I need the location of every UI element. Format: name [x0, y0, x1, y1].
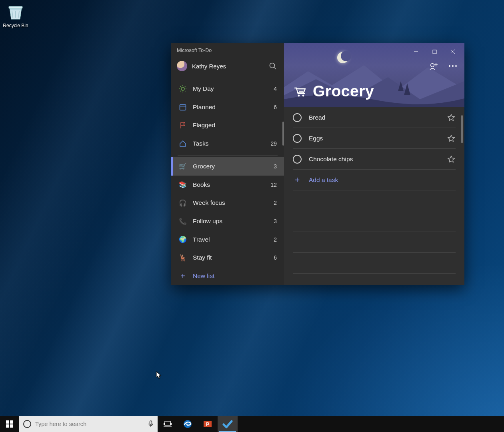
nav-item-count: 2 — [274, 200, 277, 206]
nav-item-stay-fit[interactable]: 🦌 Stay fit 6 — [171, 249, 284, 267]
list-title[interactable]: Grocery — [293, 82, 374, 100]
nav-item-travel[interactable]: 🌍 Travel 2 — [171, 230, 284, 249]
svg-rect-37 — [170, 423, 172, 425]
star-button[interactable] — [447, 155, 456, 164]
close-button[interactable] — [444, 46, 462, 58]
taskbar-app-powerpoint[interactable]: P — [198, 416, 218, 432]
flag-icon — [178, 121, 187, 130]
moon-icon — [337, 52, 348, 63]
complete-toggle[interactable] — [293, 134, 302, 143]
task-name: Eggs — [309, 135, 323, 142]
svg-line-10 — [185, 86, 186, 87]
new-list-button[interactable]: + New list — [171, 267, 284, 285]
nav-item-label: Grocery — [193, 163, 215, 170]
star-button[interactable] — [447, 134, 456, 143]
avatar — [177, 61, 187, 71]
task-row[interactable]: Bread — [293, 107, 456, 128]
window-controls — [407, 46, 462, 58]
task-view-icon — [164, 421, 172, 427]
svg-rect-0 — [9, 6, 22, 8]
app-title: Microsoft To-Do — [171, 43, 284, 53]
nav: My Day 4 Planned 6 Flagged — [171, 80, 284, 267]
nav-item-label: Follow ups — [193, 218, 222, 225]
svg-rect-31 — [10, 424, 13, 428]
home-icon — [178, 139, 187, 148]
nav-item-label: Planned — [193, 104, 216, 111]
maximize-button[interactable] — [425, 46, 444, 58]
complete-toggle[interactable] — [293, 155, 302, 164]
nav-item-label: My Day — [193, 85, 214, 92]
taskbar-search[interactable] — [19, 416, 158, 432]
todo-icon — [222, 419, 233, 429]
nav-item-planned[interactable]: Planned 6 — [171, 98, 284, 116]
svg-point-24 — [298, 95, 300, 97]
list-title-icon — [293, 85, 307, 97]
task-view-button[interactable] — [158, 416, 178, 432]
svg-point-21 — [449, 65, 450, 67]
list-header: Grocery — [284, 43, 464, 107]
headphones-icon: 🎧 — [178, 198, 187, 207]
more-button[interactable] — [448, 61, 458, 71]
desktop[interactable]: Recycle Bin Microsoft To-Do Kathy Reyes — [0, 0, 504, 432]
nav-item-label: Travel — [193, 236, 210, 243]
deer-icon: 🦌 — [178, 253, 187, 262]
plus-icon: + — [293, 175, 302, 185]
header-actions — [428, 61, 458, 71]
share-button[interactable] — [428, 61, 439, 71]
nav-item-grocery[interactable]: 🛒 Grocery 3 — [171, 157, 284, 176]
svg-point-23 — [455, 65, 457, 67]
nav-item-label: Stay fit — [193, 254, 212, 261]
todo-app-window: Microsoft To-Do Kathy Reyes My — [171, 43, 464, 285]
task-row[interactable]: Eggs — [293, 128, 456, 149]
complete-toggle[interactable] — [293, 113, 302, 122]
cortana-icon — [23, 420, 31, 428]
start-button[interactable] — [0, 416, 19, 432]
blank-row — [293, 190, 456, 211]
taskbar-app-edge[interactable] — [178, 416, 198, 432]
add-task-row[interactable]: + Add a task — [293, 170, 456, 190]
nav-item-count: 6 — [274, 104, 277, 110]
nav-item-count: 6 — [274, 254, 277, 261]
svg-rect-34 — [165, 421, 170, 425]
mic-icon[interactable] — [148, 420, 154, 428]
task-row[interactable]: Chocolate chips — [293, 149, 456, 170]
edge-icon — [183, 419, 192, 429]
taskbar-app-todo[interactable] — [218, 416, 238, 432]
powerpoint-icon: P — [203, 419, 212, 429]
nav-item-tasks[interactable]: Tasks 29 — [171, 134, 284, 153]
nav-item-flagged[interactable]: Flagged — [171, 116, 284, 134]
new-list-label: New list — [193, 272, 214, 280]
nav-item-follow-ups[interactable]: 📞 Follow ups 3 — [171, 212, 284, 230]
nav-item-my-day[interactable]: My Day 4 — [171, 80, 284, 98]
blank-row — [293, 253, 456, 274]
globe-icon: 🌍 — [178, 235, 187, 244]
sidebar: Microsoft To-Do Kathy Reyes My — [171, 43, 284, 285]
search-button[interactable] — [267, 60, 278, 72]
list-title-text: Grocery — [313, 82, 374, 100]
nav-item-books[interactable]: 📚 Books 12 — [171, 176, 284, 194]
plus-icon: + — [178, 272, 187, 281]
nav-item-count: 3 — [274, 163, 277, 170]
minimize-button[interactable] — [407, 46, 425, 58]
books-icon: 📚 — [178, 180, 187, 189]
user-row[interactable]: Kathy Reyes — [171, 53, 284, 77]
svg-rect-12 — [180, 104, 186, 110]
recycle-bin-icon — [6, 2, 25, 21]
svg-rect-36 — [164, 423, 165, 425]
main-scrollbar[interactable] — [461, 115, 463, 143]
svg-line-9 — [185, 91, 186, 92]
blank-row — [293, 211, 456, 232]
sun-icon — [178, 84, 187, 93]
svg-line-2 — [274, 67, 276, 69]
add-task-label: Add a task — [309, 176, 338, 184]
windows-icon — [6, 420, 13, 428]
nav-item-count: 4 — [274, 86, 277, 92]
nav-item-count: 2 — [274, 236, 277, 243]
task-name: Bread — [309, 114, 325, 121]
search-input[interactable] — [35, 421, 146, 427]
svg-text:P: P — [206, 422, 209, 427]
nav-divider — [178, 155, 278, 156]
desktop-icon-recycle-bin[interactable]: Recycle Bin — [0, 2, 31, 28]
star-button[interactable] — [447, 113, 456, 122]
nav-item-week-focus[interactable]: 🎧 Week focus 2 — [171, 194, 284, 212]
